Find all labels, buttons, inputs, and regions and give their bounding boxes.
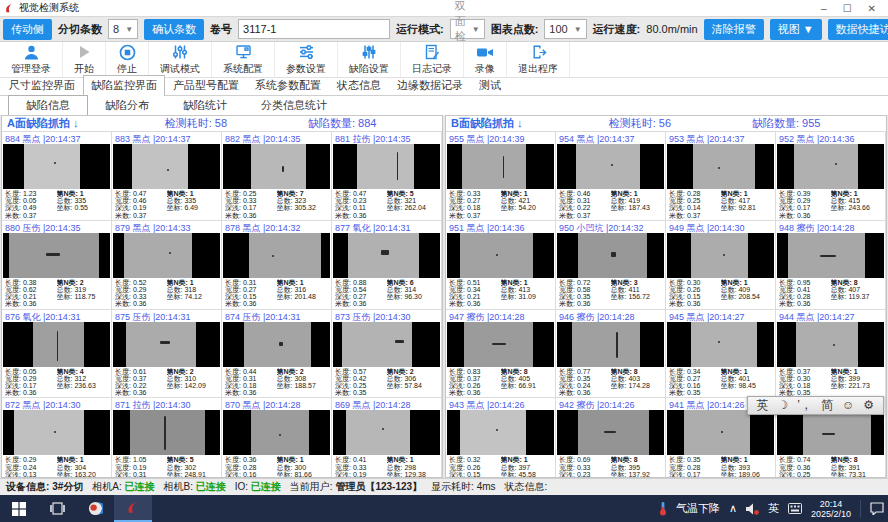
clear-alarm-button[interactable]: 清除报警 [704, 19, 764, 40]
defect-cell[interactable]: 879 黑点 |20:14:33长度: 0.52宽度: 0.29深浅: 0.33… [112, 221, 222, 310]
roll-number-input[interactable] [238, 19, 390, 39]
taskbar-app-inspection-active[interactable] [114, 495, 152, 522]
ribbon-stop-button[interactable]: 停止 [106, 42, 149, 77]
maximize-button[interactable]: ☐ [843, 3, 852, 14]
defect-thumbnail[interactable] [3, 322, 110, 367]
start-button[interactable] [0, 495, 38, 522]
main-tab-2[interactable]: 缺陷监控界面 [83, 75, 165, 96]
tray-time[interactable]: 20:14 [820, 499, 843, 509]
defect-thumbnail[interactable] [557, 144, 664, 189]
defect-thumbnail[interactable] [3, 233, 110, 278]
defect-thumbnail[interactable] [333, 322, 440, 367]
defect-thumbnail[interactable] [333, 410, 440, 455]
chart-points-select[interactable]: 100▼ [544, 19, 586, 39]
confirm-count-button[interactable]: 确认条数 [144, 19, 204, 40]
close-button[interactable]: ✕ [868, 3, 876, 14]
sub-tab-2[interactable]: 缺陷分布 [88, 96, 166, 115]
defect-cell[interactable]: 884 黑点 |20:14:37长度: 1.23宽度: 0.05深浅: 0.49… [2, 132, 112, 221]
defect-thumbnail[interactable] [777, 322, 884, 367]
ime-simplified-mode[interactable]: 简 [821, 397, 833, 414]
defect-cell[interactable]: 945 黑点 |20:14:27长度: 0.34宽度: 0.27深浅: 0.16… [666, 310, 776, 399]
defect-cell[interactable]: 876 氧化 |20:14:31长度: 0.05宽度: 0.29深浅: 0.17… [2, 310, 112, 399]
defect-thumbnail[interactable] [223, 233, 330, 278]
defect-thumbnail[interactable] [447, 322, 554, 367]
defect-cell[interactable]: 955 黑点 |20:14:39长度: 0.33宽度: 0.27深浅: 0.18… [446, 132, 556, 221]
defect-thumbnail[interactable] [113, 144, 220, 189]
minimize-button[interactable]: – [821, 3, 827, 14]
ribbon-monitor-button[interactable]: 系统配置 [212, 42, 275, 77]
defect-cell[interactable]: 948 擦伤 |20:14:28长度: 0.95宽度: 0.41深浅: 0.28… [776, 221, 886, 310]
sub-tab-1[interactable]: 缺陷信息 [8, 95, 88, 116]
defect-thumbnail[interactable] [333, 233, 440, 278]
defect-thumbnail[interactable] [667, 144, 774, 189]
defect-cell[interactable]: 872 黑点 |20:14:30长度: 0.29宽度: 0.24深浅: 0.13… [2, 398, 112, 478]
defect-cell[interactable]: 883 黑点 |20:14:37长度: 0.47宽度: 0.46深浅: 0.19… [112, 132, 222, 221]
run-mode-select[interactable]: 双面检测▼ [450, 19, 485, 39]
defect-cell[interactable]: 881 拉伤 |20:14:35长度: 0.47宽度: 0.23深浅: 0.11… [332, 132, 442, 221]
ribbon-exit-button[interactable]: 退出程序 [507, 42, 570, 77]
ime-settings-gear-icon[interactable]: ⚙ [863, 397, 874, 414]
thermometer-icon[interactable] [659, 501, 667, 516]
defect-thumbnail[interactable] [447, 144, 554, 189]
defect-cell[interactable]: 878 黑点 |20:14:32长度: 0.31宽度: 0.27深浅: 0.15… [222, 221, 332, 310]
notification-center-icon[interactable] [870, 502, 884, 515]
sub-tab-3[interactable]: 缺陷统计 [166, 96, 244, 115]
defect-thumbnail[interactable] [557, 322, 664, 367]
ime-punctuation-icon[interactable]: ’， [797, 397, 812, 414]
defect-cell[interactable]: 877 氧化 |20:14:31长度: 0.88宽度: 0.54深浅: 0.27… [332, 221, 442, 310]
ime-lang-mode[interactable]: 英 [757, 397, 769, 414]
ribbon-log-button[interactable]: 日志记录 [401, 42, 464, 77]
defect-cell[interactable]: 946 擦伤 |20:14:28长度: 0.77宽度: 0.35深浅: 0.24… [556, 310, 666, 399]
defect-cell[interactable]: 869 黑点 |20:14:28长度: 0.41宽度: 0.33深浅: 0.19… [332, 398, 442, 478]
task-view-button[interactable] [38, 495, 76, 522]
ime-fullwidth-moon-icon[interactable]: ☽ [778, 397, 789, 414]
drive-side-button[interactable]: 传动侧 [3, 19, 52, 40]
defect-cell[interactable]: 942 擦伤 |20:14:26长度: 0.69宽度: 0.33深浅: 0.23… [556, 398, 666, 478]
tray-expand-caret[interactable]: ∧ [729, 502, 737, 515]
panel-title-b[interactable]: B面缺陷抓拍 ↓ [451, 116, 609, 131]
volume-icon[interactable] [746, 503, 759, 515]
defect-thumbnail[interactable] [113, 322, 220, 367]
defect-cell[interactable]: 947 擦伤 |20:14:28长度: 0.83宽度: 0.37深浅: 0.26… [446, 310, 556, 399]
defect-thumbnail[interactable] [777, 410, 884, 455]
slit-count-select[interactable]: 8▼ [108, 19, 138, 39]
defect-cell[interactable]: 873 压伤 |20:14:30长度: 0.57宽度: 0.42深浅: 0.25… [332, 310, 442, 399]
ribbon-user-button[interactable]: 管理登录 [0, 42, 63, 77]
defect-thumbnail[interactable] [447, 410, 554, 455]
defect-thumbnail[interactable] [777, 233, 884, 278]
defect-thumbnail[interactable] [113, 410, 220, 455]
defect-cell[interactable]: 943 黑点 |20:14:26长度: 0.32宽度: 0.26深浅: 0.15… [446, 398, 556, 478]
defect-thumbnail[interactable] [3, 144, 110, 189]
defect-cell[interactable]: 875 压伤 |20:14:31长度: 0.61宽度: 0.37深浅: 0.22… [112, 310, 222, 399]
main-tab-6[interactable]: 边缘数据记录 [389, 75, 471, 95]
defect-thumbnail[interactable] [777, 144, 884, 189]
panel-title-a[interactable]: A面缺陷抓拍 ↓ [7, 116, 165, 131]
defect-thumbnail[interactable] [113, 233, 220, 278]
defect-thumbnail[interactable] [667, 233, 774, 278]
defect-thumbnail[interactable] [223, 410, 330, 455]
ribbon-params-sliders-button[interactable]: 参数设置 [275, 42, 338, 77]
defect-cell[interactable]: 953 黑点 |20:14:37长度: 0.28宽度: 0.25深浅: 0.14… [666, 132, 776, 221]
weather-text[interactable]: 气温下降 [676, 501, 720, 516]
ime-keyboard-icon[interactable] [788, 503, 802, 514]
defect-cell[interactable]: 949 黑点 |20:14:30长度: 0.30宽度: 0.26深浅: 0.15… [666, 221, 776, 310]
defect-thumbnail[interactable] [223, 322, 330, 367]
ribbon-debug-sliders-button[interactable]: 调试模式 [149, 42, 212, 77]
defect-thumbnail[interactable] [3, 410, 110, 455]
defect-thumbnail[interactable] [557, 233, 664, 278]
defect-thumbnail[interactable] [667, 322, 774, 367]
defect-cell[interactable]: 882 黑点 |20:14:35长度: 0.25宽度: 0.33深浅: 0.17… [222, 132, 332, 221]
taskbar-app-browser[interactable] [76, 495, 114, 522]
ribbon-camera-button[interactable]: 录像 [464, 42, 507, 77]
main-tab-1[interactable]: 尺寸监控界面 [1, 75, 83, 95]
tray-date[interactable]: 2025/2/10 [811, 509, 851, 519]
language-indicator[interactable]: 英 [768, 501, 779, 516]
defect-thumbnail[interactable] [557, 410, 664, 455]
main-tab-5[interactable]: 状态信息 [329, 75, 389, 95]
ime-emoji-icon[interactable]: ☺ [842, 397, 854, 414]
defect-cell[interactable]: 944 黑点 |20:14:27长度: 0.37宽度: 0.30深浅: 0.18… [776, 310, 886, 399]
main-tab-7[interactable]: 测试 [471, 75, 509, 95]
data-access-menu-button[interactable]: 数据快捷访问 ▼ [828, 19, 888, 40]
defect-cell[interactable]: 950 小凹坑 |20:14:32长度: 0.72宽度: 0.58深浅: 0.3… [556, 221, 666, 310]
defect-cell[interactable]: 870 黑点 |20:14:28长度: 0.36宽度: 0.28深浅: 0.16… [222, 398, 332, 478]
